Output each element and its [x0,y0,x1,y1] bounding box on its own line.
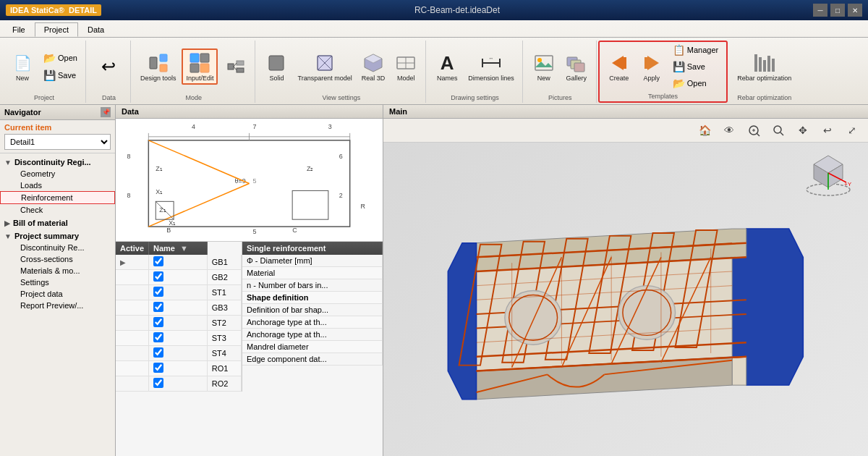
window-title: RC-Beam-det.ideaDet [414,5,500,15]
discontinuity-header[interactable]: ▼ Discontinuity Regi... [0,156,115,168]
tree-item-loads[interactable]: Loads [0,180,115,191]
new-button[interactable]: 📄 New [7,49,38,84]
row-arrow-st4 [116,346,149,361]
navigator-pin-button[interactable]: 📌 [101,107,111,117]
toolbar-home-button[interactable]: 🏠 [694,122,715,139]
create-template-button[interactable]: Create [604,49,634,84]
window-controls[interactable]: ─ □ ✕ [813,4,862,17]
toolbar-zoom-button[interactable] [768,122,788,139]
minimize-button[interactable]: ─ [813,4,827,17]
tab-project[interactable]: Project [35,22,78,37]
ribbon-group-project: 📄 New 📂 Open 💾 Save Project [3,41,86,103]
transform-button[interactable] [220,53,250,80]
tree-item-settings[interactable]: Settings [0,276,115,288]
manager-button[interactable]: 📋 Manager [669,42,722,58]
row-name-ro2[interactable]: RO2 [207,376,241,392]
design-tools-button[interactable]: Design tools [137,49,180,84]
row-name-gb1[interactable]: GB1 [207,255,241,270]
transparent-button[interactable]: Transparent model [294,49,355,84]
row-arrow-ro2 [116,376,149,392]
tab-data[interactable]: Data [78,22,114,37]
row-name-st1[interactable]: ST1 [207,285,241,300]
tree-item-discontinuity-re[interactable]: Discontinuity Re... [0,242,115,253]
row-checkbox-st4[interactable] [149,346,208,361]
input-edit-button[interactable]: Input/Edit [182,48,218,85]
prop-edge: Edge component dat... [242,353,383,366]
svg-text:2: 2 [339,192,343,199]
row-name-st2[interactable]: ST2 [207,316,241,331]
prop-mandrel: Mandrel diameter [242,341,383,353]
row-checkbox-ro2[interactable] [149,376,208,392]
undo-button[interactable]: ↩ [93,53,124,80]
new-label: New [16,75,29,82]
row-name-st4[interactable]: ST4 [207,346,241,361]
row-name-st3[interactable]: ST3 [207,331,241,346]
apply-template-icon [640,51,663,75]
tree-item-project-data[interactable]: Project data [0,288,115,300]
nav-tree: ▼ Discontinuity Regi... Geometry Loads R… [0,153,115,456]
data-group-label: Data [102,94,116,101]
rebar-optimization-label: Rebar optimization [737,75,791,82]
svg-text:Z₁: Z₁ [156,165,162,172]
row-checkbox-st1[interactable] [149,285,208,300]
dimension-lines-button[interactable]: ↔ Dimension lines [464,49,518,84]
solid-button[interactable]: Solid [261,49,292,84]
model-button[interactable]: Model [391,49,421,84]
tree-item-report[interactable]: Report Preview/... [0,300,115,311]
maximize-button[interactable]: □ [830,4,845,17]
main-panel: Main 🏠 👁 [383,105,868,456]
toolbar-view-button[interactable]: 👁 [719,122,739,139]
names-icon: A [435,51,459,75]
ribbon-group-rebar: Rebar optimization Rebar optimization [729,41,799,103]
svg-text:Z₁: Z₁ [159,206,166,214]
navigator-header: Navigator 📌 [0,105,115,120]
save-template-button[interactable]: 💾 Save [669,59,722,75]
gallery-icon [565,51,588,75]
real3d-button[interactable]: Real 3D [358,49,389,84]
data-content: 4 7 3 8 6 8 2 5 Z₁ Z₂ X₁ θ=9 5 [116,119,383,456]
tree-item-reinforcement[interactable]: Reinforcement [0,191,115,204]
tree-item-cross-sections[interactable]: Cross-sections [0,253,115,265]
row-checkbox-ro1[interactable] [149,361,208,376]
mode-buttons: Design tools Input/Edit [137,41,251,93]
new-picture-button[interactable]: New [529,49,559,84]
tab-file[interactable]: File [3,22,35,37]
tree-item-check[interactable]: Check [0,204,115,216]
tree-item-materials[interactable]: Materials & mo... [0,265,115,276]
row-checkbox-gb3[interactable] [149,300,208,316]
toolbar-fullscreen-button[interactable]: ⤢ [842,122,862,139]
main-panel-toolbar: 🏠 👁 ✥ ↩ [383,119,868,143]
toolbar-zoom-extents-button[interactable] [744,122,764,139]
row-name-ro1[interactable]: RO1 [207,361,241,376]
data-panel-header: Data [116,105,383,119]
transparent-label: Transparent model [297,75,352,82]
apply-template-button[interactable]: Apply [637,49,667,84]
tree-item-geometry[interactable]: Geometry [0,168,115,180]
gallery-button[interactable]: Gallery [561,49,592,84]
row-checkbox-gb1[interactable] [149,255,208,270]
svg-rect-25 [535,56,553,70]
current-item-select[interactable]: Detail1 [4,134,111,150]
navigator-panel: Navigator 📌 Current item Detail1 ▼ Disco… [0,105,116,456]
table-row: RO1 [116,361,242,376]
names-button[interactable]: A Names [432,49,462,84]
close-button[interactable]: ✕ [848,4,862,17]
project-summary-header[interactable]: ▼ Project summary [0,230,115,242]
row-checkbox-st3[interactable] [149,331,208,346]
col-name: Name ▼ [149,242,208,255]
row-checkbox-st2[interactable] [149,316,208,331]
svg-marker-85 [448,243,476,400]
bom-header[interactable]: ▶ Bill of material [0,217,115,229]
row-name-gb2[interactable]: GB2 [207,270,241,285]
viewport-3d[interactable]: +Y [383,143,868,456]
row-checkbox-gb2[interactable] [149,270,208,285]
toolbar-pan-button[interactable]: ✥ [793,122,813,139]
open-template-button[interactable]: 📂 Open [669,75,722,91]
toolbar-undo-view-button[interactable]: ↩ [817,122,838,139]
save-button[interactable]: 💾 Save [40,67,81,83]
row-name-gb3[interactable]: GB3 [207,300,241,316]
view-group-label: View settings [322,94,360,101]
ribbon: File Project Data 📄 New 📂 Open 💾 Save [0,20,868,105]
rebar-optimization-button[interactable]: Rebar optimization [733,49,795,84]
open-button[interactable]: 📂 Open [40,50,81,66]
